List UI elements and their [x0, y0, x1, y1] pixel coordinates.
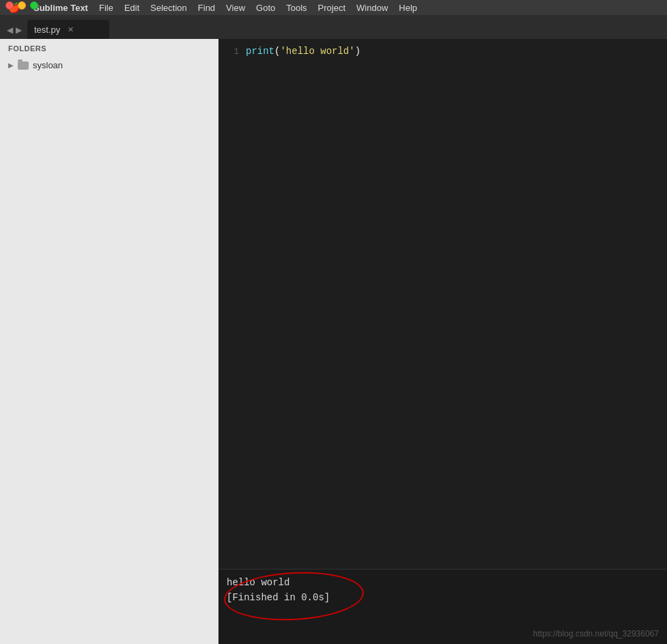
output-panel: hello world [Finished in 0.0s] https://b… — [218, 569, 667, 644]
traffic-lights — [5, 1, 38, 10]
menu-window[interactable]: Window — [351, 0, 393, 15]
menu-selection[interactable]: Selection — [145, 0, 192, 15]
sidebar: FOLDERS ▶ sysloan — [0, 39, 218, 644]
line-number-1: 1 — [218, 44, 239, 59]
close-button[interactable] — [5, 1, 14, 10]
tab-label: test.py — [34, 25, 60, 35]
maximize-button[interactable] — [30, 1, 38, 10]
tab-bar: ◀ ▶ test.py ✕ — [0, 15, 667, 39]
code-area[interactable]: 1 print('hello world') — [218, 39, 667, 569]
nav-back-icon[interactable]: ◀ — [5, 25, 14, 35]
nav-forward-icon[interactable]: ▶ — [14, 25, 23, 35]
tab-close-button[interactable]: ✕ — [66, 25, 75, 34]
menu-bar: 🍎 Sublime Text File Edit Selection Find … — [0, 0, 667, 15]
sidebar-header: FOLDERS — [0, 39, 218, 58]
minimize-button[interactable] — [18, 1, 26, 10]
editor-area: 1 print('hello world') hello world [Fini… — [218, 39, 667, 644]
code-line-1: print('hello world') — [246, 44, 667, 59]
folder-icon — [18, 61, 29, 70]
menu-tools[interactable]: Tools — [281, 0, 312, 15]
folder-name: sysloan — [33, 60, 63, 70]
line-numbers: 1 — [218, 39, 246, 569]
folder-arrow-icon: ▶ — [8, 61, 14, 69]
nav-arrows: ◀ ▶ — [5, 25, 23, 35]
tab-test-py[interactable]: test.py ✕ — [27, 20, 109, 39]
menu-help[interactable]: Help — [393, 0, 423, 15]
menu-goto[interactable]: Goto — [251, 0, 281, 15]
code-content[interactable]: print('hello world') — [246, 39, 667, 569]
paren-close: ) — [355, 46, 360, 57]
keyword-print: print — [246, 46, 274, 57]
menu-edit[interactable]: Edit — [119, 0, 145, 15]
menu-file[interactable]: File — [94, 0, 119, 15]
output-line-1: hello world — [227, 575, 659, 590]
watermark: https://blog.csdn.net/qq_32936067 — [533, 629, 659, 639]
sidebar-item-sysloan[interactable]: ▶ sysloan — [0, 58, 218, 72]
menu-view[interactable]: View — [221, 0, 251, 15]
main-area: FOLDERS ▶ sysloan 1 print('hello world')… — [0, 39, 667, 644]
menu-project[interactable]: Project — [313, 0, 351, 15]
output-line-2: [Finished in 0.0s] — [227, 590, 659, 605]
menu-find[interactable]: Find — [193, 0, 221, 15]
string-hello-world: 'hello world' — [280, 46, 354, 57]
